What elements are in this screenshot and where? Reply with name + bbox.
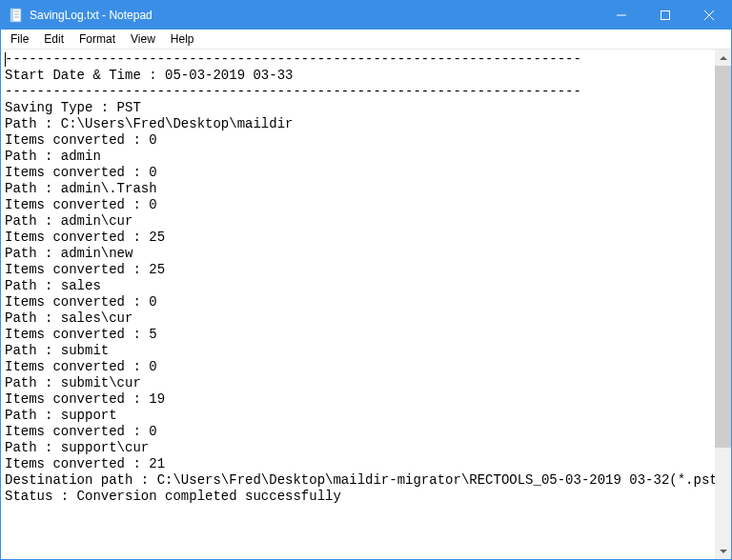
menu-edit[interactable]: Edit xyxy=(36,30,71,48)
notepad-icon xyxy=(9,8,24,23)
window-controls xyxy=(600,1,731,30)
menu-format[interactable]: Format xyxy=(71,30,123,48)
svg-rect-1 xyxy=(10,9,13,22)
minimize-icon xyxy=(617,10,626,20)
content-area: ----------------------------------------… xyxy=(1,50,731,559)
menu-file[interactable]: File xyxy=(3,30,36,48)
text-editor[interactable]: ----------------------------------------… xyxy=(1,50,715,559)
notepad-window: SavingLog.txt - Notepad File Edit Format… xyxy=(0,0,732,560)
scroll-down-arrow[interactable] xyxy=(715,543,731,559)
scroll-up-arrow[interactable] xyxy=(715,50,731,66)
chevron-down-icon xyxy=(720,550,727,553)
svg-rect-6 xyxy=(661,11,670,20)
vertical-scrollbar[interactable] xyxy=(715,50,731,559)
titlebar[interactable]: SavingLog.txt - Notepad xyxy=(1,1,731,30)
menu-help[interactable]: Help xyxy=(163,30,202,48)
window-title: SavingLog.txt - Notepad xyxy=(30,9,600,22)
menubar: File Edit Format View Help xyxy=(1,30,731,50)
chevron-up-icon xyxy=(720,56,727,60)
menu-view[interactable]: View xyxy=(123,30,163,48)
maximize-icon xyxy=(661,10,670,20)
scroll-thumb[interactable] xyxy=(715,66,731,448)
close-button[interactable] xyxy=(687,1,731,30)
scroll-track[interactable] xyxy=(715,66,731,543)
close-icon xyxy=(704,10,714,20)
maximize-button[interactable] xyxy=(643,1,687,30)
minimize-button[interactable] xyxy=(600,1,643,30)
